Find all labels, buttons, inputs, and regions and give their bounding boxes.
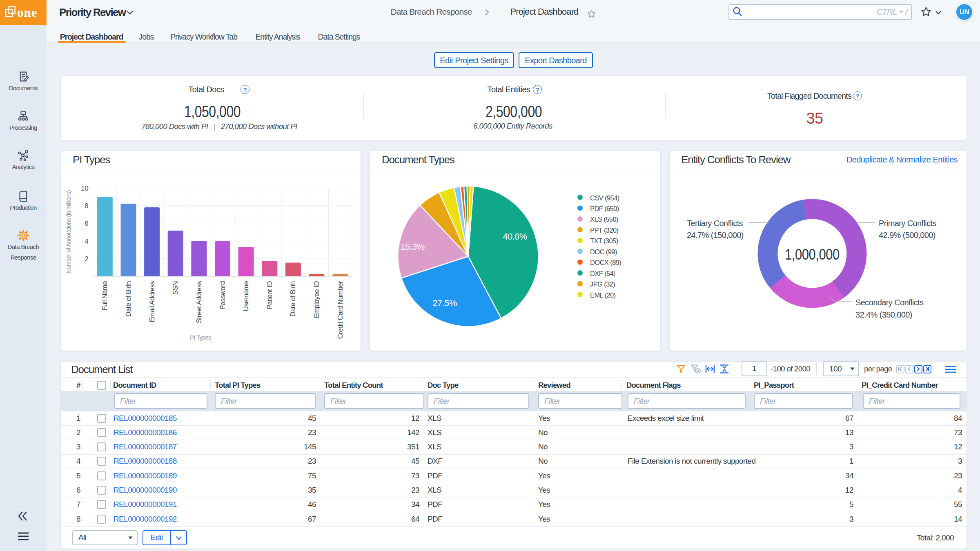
svg-text:XLS (550): XLS (550): [590, 216, 618, 223]
svg-text:40.6%: 40.6%: [503, 231, 527, 242]
svg-text:DXF (54): DXF (54): [590, 270, 615, 277]
svg-text:CSV (954): CSV (954): [590, 194, 619, 202]
svg-text:6: 6: [85, 220, 88, 227]
svg-text:PDF (650): PDF (650): [590, 205, 619, 212]
svg-text:Number of Annotations (in mill: Number of Annotations (in millions): [65, 190, 72, 273]
svg-text:DOCX (89): DOCX (89): [590, 259, 621, 266]
svg-text:Street Address: Street Address: [195, 281, 203, 323]
svg-text:4: 4: [85, 238, 88, 245]
svg-text:JPG (32): JPG (32): [590, 280, 615, 288]
svg-text:1,000,000: 1,000,000: [785, 246, 840, 262]
svg-text:2: 2: [85, 255, 88, 263]
svg-text:Username: Username: [242, 281, 250, 311]
svg-text:8: 8: [85, 202, 88, 210]
svg-text:Credit Card Number: Credit Card Number: [336, 281, 344, 339]
svg-text:Password: Password: [219, 281, 227, 310]
svg-text:15.3%: 15.3%: [400, 242, 424, 252]
svg-text:PI Types: PI Types: [190, 334, 211, 341]
svg-text:10: 10: [81, 184, 88, 192]
svg-text:27.5%: 27.5%: [432, 298, 457, 308]
svg-text:Email Address: Email Address: [148, 281, 156, 322]
svg-text:Employee ID: Employee ID: [313, 281, 321, 318]
svg-text:Date of Birth: Date of Birth: [289, 281, 297, 317]
svg-text:SSN: SSN: [172, 281, 179, 295]
svg-text:DOC (99): DOC (99): [590, 248, 617, 256]
svg-text:Full Name: Full Name: [101, 281, 109, 311]
svg-text:EML (20): EML (20): [590, 291, 616, 299]
svg-text:PPT (320): PPT (320): [590, 227, 619, 234]
svg-text:Date of Birth: Date of Birth: [125, 281, 132, 317]
svg-text:TXT (305): TXT (305): [590, 237, 618, 244]
svg-text:Patient ID: Patient ID: [266, 281, 274, 309]
